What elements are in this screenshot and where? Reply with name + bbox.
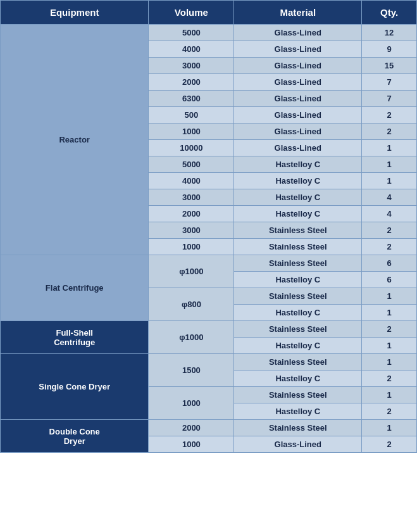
qty-cell: 4	[362, 206, 417, 222]
material-cell: Glass-Lined	[234, 436, 362, 453]
qty-cell: 2	[362, 321, 417, 338]
header-material: Material	[234, 1, 362, 25]
material-cell: Hastelloy C	[234, 206, 362, 222]
volume-cell: 10000	[149, 140, 234, 156]
material-cell: Hastelloy C	[234, 173, 362, 189]
material-cell: Stainless Steel	[234, 239, 362, 255]
material-cell: Hastelloy C	[234, 272, 362, 288]
volume-cell: 3000	[149, 222, 234, 239]
qty-cell: 9	[362, 41, 417, 58]
volume-cell: φ1000	[149, 321, 234, 354]
material-cell: Glass-Lined	[234, 124, 362, 140]
qty-cell: 1	[362, 420, 417, 436]
table-row: Full-ShellCentrifugeφ1000Stainless Steel…	[1, 321, 417, 338]
equipment-cell: Flat Centrifuge	[1, 255, 149, 321]
qty-cell: 1	[362, 305, 417, 321]
volume-cell: φ800	[149, 288, 234, 321]
volume-cell: 1000	[149, 239, 234, 255]
qty-cell: 1	[362, 354, 417, 370]
qty-cell: 2	[362, 403, 417, 420]
volume-cell: 3000	[149, 58, 234, 74]
material-cell: Hastelloy C	[234, 403, 362, 420]
volume-cell: 500	[149, 107, 234, 124]
qty-cell: 7	[362, 91, 417, 107]
qty-cell: 4	[362, 189, 417, 206]
volume-cell: 2000	[149, 420, 234, 436]
volume-cell: φ1000	[149, 255, 234, 288]
volume-cell: 5000	[149, 25, 234, 41]
material-cell: Glass-Lined	[234, 74, 362, 91]
material-cell: Glass-Lined	[234, 140, 362, 156]
material-cell: Hastelloy C	[234, 156, 362, 173]
material-cell: Stainless Steel	[234, 222, 362, 239]
qty-cell: 1	[362, 338, 417, 354]
equipment-cell: Full-ShellCentrifuge	[1, 321, 149, 354]
volume-cell: 6300	[149, 91, 234, 107]
table-row: Double ConeDryer2000Stainless Steel1	[1, 420, 417, 436]
volume-cell: 4000	[149, 41, 234, 58]
qty-cell: 12	[362, 25, 417, 41]
equipment-cell: Double ConeDryer	[1, 420, 149, 453]
equipment-cell: Reactor	[1, 25, 149, 255]
table-row: Reactor5000Glass-Lined12	[1, 25, 417, 41]
qty-cell: 2	[362, 124, 417, 140]
volume-cell: 2000	[149, 206, 234, 222]
header-equipment: Equipment	[1, 1, 149, 25]
material-cell: Glass-Lined	[234, 91, 362, 107]
table-row: Flat Centrifugeφ1000Stainless Steel6	[1, 255, 417, 272]
header-volume: Volume	[149, 1, 234, 25]
qty-cell: 2	[362, 239, 417, 255]
qty-cell: 2	[362, 222, 417, 239]
qty-cell: 6	[362, 272, 417, 288]
material-cell: Stainless Steel	[234, 321, 362, 338]
table-row: Single Cone Dryer1500Stainless Steel1	[1, 354, 417, 370]
qty-cell: 1	[362, 173, 417, 189]
equipment-table: Equipment Volume Material Qty. Reactor50…	[0, 0, 417, 453]
material-cell: Stainless Steel	[234, 288, 362, 305]
volume-cell: 5000	[149, 156, 234, 173]
volume-cell: 4000	[149, 173, 234, 189]
volume-cell: 2000	[149, 74, 234, 91]
qty-cell: 6	[362, 255, 417, 272]
header-row: Equipment Volume Material Qty.	[1, 1, 417, 25]
material-cell: Stainless Steel	[234, 387, 362, 403]
qty-cell: 7	[362, 74, 417, 91]
material-cell: Glass-Lined	[234, 107, 362, 124]
material-cell: Glass-Lined	[234, 58, 362, 74]
material-cell: Stainless Steel	[234, 354, 362, 370]
material-cell: Stainless Steel	[234, 255, 362, 272]
volume-cell: 1000	[149, 124, 234, 140]
material-cell: Glass-Lined	[234, 25, 362, 41]
equipment-table-wrapper: Equipment Volume Material Qty. Reactor50…	[0, 0, 417, 453]
header-qty: Qty.	[362, 1, 417, 25]
volume-cell: 1500	[149, 354, 234, 387]
material-cell: Hastelloy C	[234, 338, 362, 354]
material-cell: Stainless Steel	[234, 420, 362, 436]
qty-cell: 1	[362, 140, 417, 156]
volume-cell: 1000	[149, 387, 234, 420]
equipment-cell: Single Cone Dryer	[1, 354, 149, 420]
material-cell: Hastelloy C	[234, 370, 362, 387]
qty-cell: 1	[362, 288, 417, 305]
volume-cell: 1000	[149, 436, 234, 453]
qty-cell: 15	[362, 58, 417, 74]
qty-cell: 2	[362, 436, 417, 453]
volume-cell: 3000	[149, 189, 234, 206]
material-cell: Glass-Lined	[234, 41, 362, 58]
qty-cell: 1	[362, 156, 417, 173]
qty-cell: 2	[362, 107, 417, 124]
qty-cell: 2	[362, 370, 417, 387]
qty-cell: 1	[362, 387, 417, 403]
material-cell: Hastelloy C	[234, 305, 362, 321]
material-cell: Hastelloy C	[234, 189, 362, 206]
